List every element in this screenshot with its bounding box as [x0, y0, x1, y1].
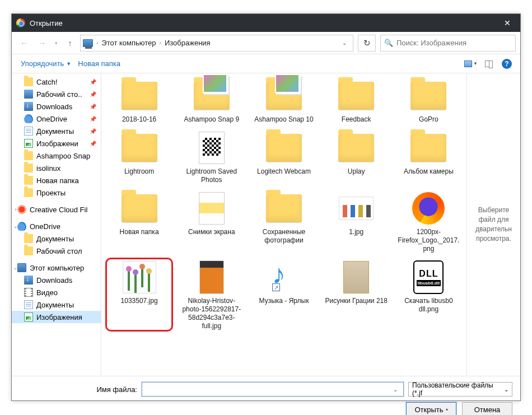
- file-item[interactable]: Новая папка: [104, 188, 175, 256]
- tree-item-dl1[interactable]: Downloads📌: [12, 100, 101, 113]
- file-grid-scroll[interactable]: 2018-10-16Ashampoo Snap 9Ashampoo Snap 1…: [101, 73, 466, 376]
- file-item[interactable]: Nikolay-Hristov-photo-1562292817-58d294c…: [176, 257, 247, 333]
- new-folder-button[interactable]: Новая папка: [74, 57, 124, 70]
- pin-icon: 📌: [90, 141, 99, 147]
- arrow-up-icon: ↑: [68, 39, 72, 48]
- breadcrumb-current[interactable]: Изображения: [165, 39, 211, 47]
- tree-item-dl2[interactable]: Downloads: [12, 274, 101, 286]
- thumbnails-icon: [464, 60, 472, 67]
- file-item[interactable]: GoPro: [393, 76, 464, 127]
- file-item[interactable]: ↗Музыка - Ярлык: [248, 257, 319, 333]
- preview-pane-toggle[interactable]: [481, 57, 497, 71]
- address-bar[interactable]: › Этот компьютер › Изображения ⌄: [80, 35, 353, 52]
- file-item[interactable]: Альбом камеры: [393, 128, 464, 187]
- tree-item-label: isolinux: [36, 164, 60, 172]
- help-button[interactable]: ?: [499, 57, 515, 71]
- file-item[interactable]: Ashampoo Snap 10: [248, 76, 319, 127]
- history-dropdown[interactable]: ▾: [52, 35, 60, 51]
- file-item-label: Feedback: [342, 115, 371, 124]
- tree-item-nf1[interactable]: Новая папка: [12, 174, 101, 186]
- up-button[interactable]: ↑: [62, 35, 78, 51]
- file-item-label: Lightroom: [124, 167, 154, 176]
- split-chevron-icon: ▾: [446, 407, 448, 412]
- file-item[interactable]: DLLlibusb0.dllСкачать libusb0 dll.png: [393, 257, 464, 333]
- chevron-down-icon[interactable]: ⌄: [390, 386, 401, 393]
- tree-item-desktop1[interactable]: Рабочий сто..📌: [12, 88, 101, 100]
- tree-item-od-desk[interactable]: Рабочий стол: [12, 245, 101, 257]
- tree-item-label: Downloads: [36, 102, 72, 111]
- refresh-button[interactable]: ↻: [358, 35, 376, 52]
- close-button[interactable]: ✕: [494, 14, 520, 32]
- back-button[interactable]: ←: [16, 35, 32, 51]
- file-item[interactable]: Lightroom: [104, 128, 175, 187]
- breadcrumb-root[interactable]: Этот компьютер: [101, 39, 156, 47]
- file-item[interactable]: Feedback: [321, 76, 392, 127]
- image-thumbnail: [412, 192, 445, 225]
- new-folder-label: Новая папка: [78, 59, 120, 68]
- tree-item-thispc[interactable]: ⌄Этот компьютер: [12, 262, 101, 274]
- filename-combobox[interactable]: ⌄: [142, 382, 404, 397]
- onedrive-icon: [24, 114, 33, 123]
- file-item-label: Рисунки Грации 218: [325, 297, 387, 305]
- folder-thumbnail: [199, 192, 225, 225]
- chrome-icon: [16, 18, 25, 27]
- tree-item-od-docs[interactable]: Документы: [12, 232, 101, 245]
- file-item[interactable]: 1033507.jpg: [104, 257, 175, 333]
- pin-icon: 📌: [90, 128, 99, 134]
- pc-icon: [83, 39, 93, 47]
- tree-item-iso[interactable]: isolinux: [12, 162, 101, 174]
- tree-item-pics2[interactable]: Изображения: [12, 311, 101, 323]
- file-item[interactable]: Uplay: [321, 128, 392, 187]
- tree-item-od2[interactable]: ⌄OneDrive: [12, 220, 101, 232]
- folder-icon: [410, 134, 446, 162]
- preview-pane-icon: [485, 60, 493, 67]
- forward-button[interactable]: →: [34, 35, 50, 51]
- file-item[interactable]: Сохраненные фотографии: [248, 188, 319, 256]
- image-thumbnail: [123, 261, 156, 293]
- view-mode-button[interactable]: ▼: [463, 57, 479, 71]
- footer: Имя файла: ⌄ Пользовательские файлы (*.j…: [12, 376, 520, 415]
- file-item[interactable]: 1200px-Firefox_Logo,_2017.png: [393, 188, 464, 256]
- file-item[interactable]: Ashampoo Snap 9: [176, 76, 247, 127]
- search-input[interactable]: [396, 39, 512, 47]
- file-item[interactable]: Lightroom Saved Photos: [176, 128, 247, 187]
- file-item-label: 2018-10-16: [122, 115, 156, 124]
- open-button[interactable]: Открыть ▾: [406, 402, 456, 415]
- tree-item-label: Изображени: [36, 139, 78, 148]
- tree-item-od1[interactable]: OneDrive📌: [12, 113, 101, 125]
- cancel-label: Отмена: [474, 405, 501, 414]
- download-icon: [24, 276, 33, 285]
- image-thumbnail: [199, 260, 224, 294]
- nav-row: ← → ▾ ↑ › Этот компьютер › Изображения ⌄…: [12, 32, 520, 54]
- tree-item-catch[interactable]: Catch!📌: [12, 76, 101, 88]
- search-box[interactable]: 🔍: [380, 35, 516, 52]
- chevron-right-icon: ›: [160, 40, 161, 46]
- chevron-down-icon: ▼: [473, 61, 478, 66]
- tree-item-cc[interactable]: ›Creative Cloud Fil: [12, 203, 101, 216]
- file-item[interactable]: Logitech Webcam: [248, 128, 319, 187]
- organize-menu[interactable]: Упорядочить ▼: [17, 57, 74, 70]
- doc-icon: [24, 300, 33, 309]
- image-thumbnail: [339, 197, 374, 220]
- file-item-label: Сохраненные фотографии: [253, 228, 315, 245]
- tree-item-pics1[interactable]: Изображени📌: [12, 137, 101, 150]
- folder-thumbnail: [199, 132, 225, 164]
- address-dropdown[interactable]: ⌄: [338, 40, 351, 46]
- tree-item-label: Видео: [36, 288, 58, 297]
- tree-item-docs1[interactable]: Документы📌: [12, 125, 101, 137]
- tree-item-label: Изображения: [36, 313, 82, 321]
- folder-icon: [24, 234, 33, 243]
- folder-icon: [122, 134, 157, 162]
- file-item[interactable]: Рисунки Грации 218: [321, 257, 392, 333]
- tree-item-vid[interactable]: Видео: [12, 286, 101, 299]
- tree-item-ash[interactable]: Ashampoo Snap: [12, 150, 101, 162]
- tree-item-docs2[interactable]: Документы: [12, 299, 101, 311]
- file-item[interactable]: Снимки экрана: [176, 188, 247, 256]
- tree-item-proj[interactable]: Проекты: [12, 186, 101, 199]
- filetype-dropdown[interactable]: Пользовательские файлы (*.jf ⌄: [408, 382, 512, 397]
- open-label: Открыть: [414, 405, 443, 414]
- file-item[interactable]: 1.jpg: [321, 188, 392, 256]
- file-item[interactable]: 2018-10-16: [104, 76, 175, 127]
- cancel-button[interactable]: Отмена: [462, 402, 512, 415]
- filename-input[interactable]: [144, 385, 390, 394]
